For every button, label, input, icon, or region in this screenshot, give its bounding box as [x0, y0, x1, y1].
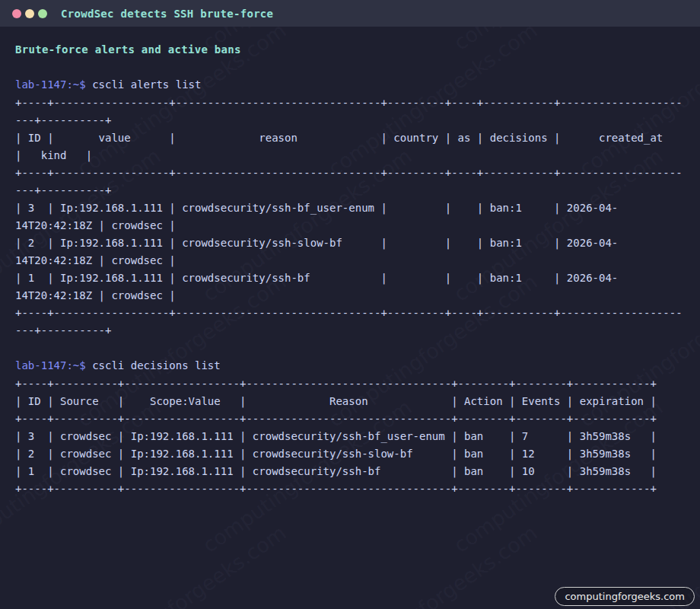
window-titlebar: CrowdSec detects SSH brute-force: [0, 0, 700, 27]
shell-command: cscli decisions list: [86, 359, 221, 371]
shell-prompt: lab-1147:~$: [15, 78, 86, 91]
maximize-button[interactable]: [38, 9, 47, 18]
shell-prompt: lab-1147:~$: [15, 359, 86, 371]
page-title: Brute-force alerts and active bans: [15, 42, 241, 57]
close-button[interactable]: [12, 9, 21, 18]
window-title: CrowdSec detects SSH brute-force: [61, 8, 273, 20]
terminal-window: computingforgeeks.comcomputingforgeeks.c…: [0, 0, 700, 609]
site-badge: computingforgeeks.com: [555, 587, 695, 606]
minimize-button[interactable]: [25, 9, 34, 18]
command-line-alerts: lab-1147:~$ cscli alerts list: [15, 77, 201, 92]
command-line-decisions: lab-1147:~$ cscli decisions list: [15, 358, 221, 373]
shell-command: cscli alerts list: [86, 78, 202, 91]
decisions-table: +----+----------+------------------+----…: [15, 375, 657, 498]
alerts-table: +----+------------------+---------------…: [15, 94, 682, 340]
